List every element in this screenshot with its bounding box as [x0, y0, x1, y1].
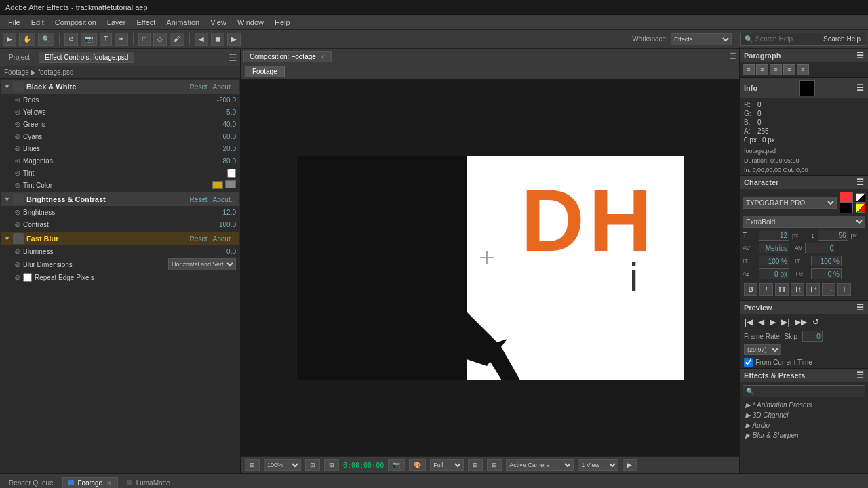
- tab-composition-footage[interactable]: Composition: Footage ✕: [243, 51, 332, 62]
- bc-contrast-value[interactable]: 100.0: [195, 221, 236, 228]
- prev-last-btn[interactable]: ▶▶: [793, 317, 809, 327]
- fb-blurriness-anim-icon[interactable]: ◎: [15, 248, 20, 255]
- view-options-btn[interactable]: ▶: [623, 459, 637, 471]
- menu-animation[interactable]: Animation: [161, 17, 205, 28]
- paint-tool[interactable]: 🖌: [170, 33, 184, 46]
- char-tracking-input[interactable]: [805, 243, 835, 253]
- tint-color-swatch[interactable]: [212, 181, 223, 189]
- char-font-select[interactable]: TYPOGRAPH PRO: [743, 197, 837, 209]
- effect-black-white-header[interactable]: ▼ Black & White Reset About...: [1, 80, 239, 94]
- zoom-tool[interactable]: 🔍: [38, 33, 54, 46]
- tab-render-queue[interactable]: Render Queue: [3, 477, 60, 488]
- paragraph-menu[interactable]: ☰: [856, 51, 864, 60]
- view-count-select[interactable]: 1 View: [578, 459, 618, 471]
- bc-brightness-anim-icon[interactable]: ◎: [15, 209, 20, 216]
- bw-tint-anim-icon[interactable]: ◎: [15, 169, 20, 176]
- framerate-select[interactable]: (29.97): [744, 344, 781, 355]
- char-scalex-input[interactable]: [759, 256, 789, 266]
- select-tool[interactable]: ▶: [3, 33, 16, 46]
- fill-color-swatch[interactable]: [840, 192, 853, 203]
- effects-search-input[interactable]: [754, 388, 862, 395]
- fb-about-btn[interactable]: About...: [213, 235, 236, 243]
- from-current-checkbox[interactable]: [744, 358, 753, 367]
- char-baseline-input[interactable]: [759, 268, 789, 279]
- tab-effect-controls[interactable]: Effect Controls: footage.psd: [39, 52, 134, 63]
- quality-select[interactable]: Full: [430, 459, 464, 471]
- snap-btn[interactable]: ⊞: [245, 459, 260, 471]
- comp-timecode[interactable]: 0:00:00:00: [343, 462, 384, 469]
- menu-help[interactable]: Help: [269, 17, 296, 28]
- mask-tool[interactable]: ◇: [153, 33, 167, 46]
- effects-presets-menu[interactable]: ☰: [856, 371, 864, 380]
- prev-forward-btn[interactable]: ▶|: [779, 317, 791, 327]
- char-kerning-input[interactable]: [759, 243, 789, 253]
- ep-3d-channel[interactable]: ▶ 3D Channel: [740, 410, 868, 420]
- bw-magentas-anim-icon[interactable]: ◎: [15, 157, 20, 164]
- stop-btn[interactable]: ◼: [211, 33, 224, 46]
- active-camera-select[interactable]: Active Camera: [506, 459, 574, 471]
- pen-tool[interactable]: ✒: [115, 33, 128, 46]
- fb-dimensions-anim-icon[interactable]: ◎: [15, 261, 20, 268]
- align-right-btn[interactable]: ≡: [770, 64, 782, 75]
- ep-blur-sharpen[interactable]: ▶ Blur & Sharpen: [740, 430, 868, 441]
- skip-input[interactable]: [802, 331, 823, 342]
- menu-composition[interactable]: Composition: [50, 17, 102, 28]
- preview-menu[interactable]: ☰: [856, 303, 864, 312]
- bw-greens-anim-icon[interactable]: ◎: [15, 121, 20, 127]
- stereo-btn[interactable]: ⊞: [468, 459, 483, 471]
- hand-tool[interactable]: ✋: [19, 33, 35, 46]
- tab-project[interactable]: Project: [3, 52, 36, 63]
- bw-tint-checkbox[interactable]: [227, 169, 236, 178]
- transparency-btn[interactable]: ⊟: [487, 459, 502, 471]
- search-input[interactable]: [755, 35, 823, 43]
- smallcaps-btn[interactable]: Tt: [791, 283, 804, 296]
- bw-magentas-value[interactable]: 80.0: [195, 157, 236, 165]
- bc-about-btn[interactable]: About...: [213, 196, 236, 203]
- prev-play-btn[interactable]: ▶: [768, 317, 778, 327]
- italic-btn[interactable]: I: [760, 283, 773, 296]
- footage-tab-close[interactable]: ✕: [106, 480, 112, 487]
- color-options-swatch[interactable]: [856, 203, 865, 213]
- underline-btn[interactable]: T: [837, 283, 851, 296]
- menu-layer[interactable]: Layer: [102, 17, 132, 28]
- menu-view[interactable]: View: [205, 17, 232, 28]
- prev-back-btn[interactable]: ◀: [756, 317, 766, 327]
- bc-brightness-value[interactable]: 12.0: [195, 209, 236, 216]
- char-scaley-input[interactable]: [811, 256, 842, 266]
- menu-window[interactable]: Window: [232, 17, 269, 28]
- panel-menu-icon[interactable]: ☰: [229, 52, 237, 63]
- tint-color-btn2[interactable]: [225, 180, 236, 190]
- fb-dimensions-select[interactable]: Horizontal and Vert...: [168, 258, 236, 270]
- bc-reset-btn[interactable]: Reset: [189, 196, 207, 203]
- bw-cyans-anim-icon[interactable]: ◎: [15, 133, 20, 140]
- bc-contrast-anim-icon[interactable]: ◎: [15, 221, 20, 228]
- bw-tintcolor-anim-icon[interactable]: ◎: [15, 182, 20, 188]
- align-left-btn[interactable]: ≡: [743, 64, 755, 75]
- bw-reds-anim-icon[interactable]: ◎: [15, 96, 20, 103]
- bw-yellows-anim-icon[interactable]: ◎: [15, 108, 20, 115]
- align-center-btn[interactable]: ≡: [756, 64, 768, 75]
- forward-btn[interactable]: ▶: [227, 33, 241, 46]
- workspace-select[interactable]: Effects: [671, 33, 732, 45]
- fb-repeat-checkbox[interactable]: [23, 273, 32, 282]
- menu-edit[interactable]: Edit: [26, 17, 50, 28]
- sub-btn[interactable]: T₋: [822, 283, 835, 296]
- comp-panel-menu[interactable]: ☰: [729, 52, 736, 61]
- fb-reset-btn[interactable]: Reset: [189, 235, 207, 243]
- bold-btn[interactable]: B: [744, 283, 757, 296]
- color-btn[interactable]: 🎨: [409, 459, 426, 471]
- zoom-select[interactable]: 100%: [264, 459, 301, 471]
- camera-tool[interactable]: 📷: [81, 33, 97, 46]
- effect-bc-header[interactable]: ▼ Brightness & Contrast Reset About...: [1, 192, 239, 206]
- char-style-select[interactable]: ExtraBold: [743, 216, 865, 228]
- shape-tool[interactable]: □: [138, 33, 151, 46]
- effect-fb-header[interactable]: ▼ Fast Blur Reset About...: [1, 232, 239, 245]
- menu-file[interactable]: File: [3, 17, 26, 28]
- bw-cyans-value[interactable]: 60.0: [195, 133, 236, 140]
- text-tool[interactable]: T: [100, 33, 112, 46]
- grid-btn[interactable]: ⊟: [324, 459, 339, 471]
- char-tsukuri-input[interactable]: [811, 268, 842, 279]
- comp-tab-close[interactable]: ✕: [320, 54, 326, 60]
- bw-blues-anim-icon[interactable]: ◎: [15, 145, 20, 152]
- play-btn[interactable]: ◀: [195, 33, 208, 46]
